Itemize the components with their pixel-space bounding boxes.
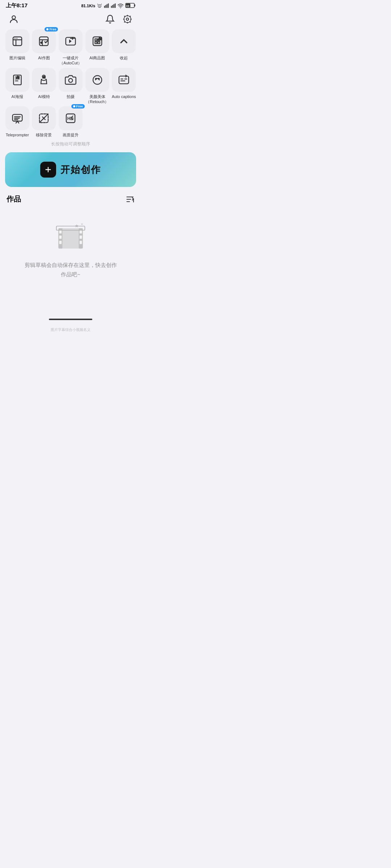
svg-rect-6 — [112, 5, 113, 8]
autocut-icon — [65, 35, 76, 47]
tool-icon-hd-enhance: Free HD — [59, 106, 83, 130]
tool-retouch[interactable]: 美颜美体 （Retouch） — [85, 68, 110, 105]
svg-text:AI: AI — [43, 76, 46, 78]
tool-camera[interactable]: 拍摄 — [58, 68, 83, 105]
svg-rect-5 — [111, 6, 112, 8]
svg-rect-41 — [80, 230, 82, 234]
tool-photo-edit[interactable]: 图片编辑 — [5, 29, 30, 66]
free-badge-ai-draw: Free — [45, 27, 58, 31]
tool-label-photo-edit: 图片编辑 — [9, 55, 25, 60]
start-section: 开始创作 — [0, 152, 141, 187]
manage-button[interactable] — [125, 195, 135, 204]
tool-icon-remove-bg — [32, 106, 56, 130]
battery-level: 43 — [125, 3, 135, 9]
tool-label-collapse: 收起 — [120, 55, 128, 60]
tool-collapse[interactable]: 收起 — [112, 29, 136, 66]
svg-rect-43 — [80, 241, 82, 244]
svg-rect-4 — [108, 3, 109, 8]
tool-autocut[interactable]: 一键成片 （AutoCut） — [58, 29, 83, 66]
svg-point-14 — [12, 16, 15, 19]
tool-label-auto-captions: Auto captions — [112, 94, 136, 99]
tool-icon-camera — [59, 68, 83, 92]
status-time: 上午8:17 — [6, 2, 28, 9]
tool-section: 图片编辑 Free AI作图 一键成片 （AutoCut） AI AI商品图 — [0, 29, 141, 137]
svg-rect-7 — [114, 4, 114, 8]
tool-label-hd-enhance: 画质提升 — [63, 132, 79, 137]
settings-button[interactable] — [121, 13, 134, 26]
film-strip-icon — [54, 222, 87, 255]
auto-captions-icon — [118, 74, 130, 86]
signal-icon-2 — [111, 3, 116, 8]
status-right: 81.1K/s 43 — [81, 3, 135, 9]
start-plus-icon — [40, 162, 56, 178]
tool-grid-row1: 图片编辑 Free AI作图 一键成片 （AutoCut） AI AI商品图 — [5, 29, 136, 66]
profile-button[interactable] — [7, 13, 20, 26]
signal-icon-1 — [104, 3, 109, 8]
start-label: 开始创作 — [60, 163, 101, 176]
tool-icon-auto-captions — [112, 68, 136, 92]
tool-icon-retouch — [85, 68, 109, 92]
svg-rect-2 — [105, 5, 106, 8]
hd-enhance-icon: HD — [65, 112, 76, 124]
svg-rect-3 — [107, 4, 108, 8]
header-actions — [104, 13, 134, 26]
svg-rect-17 — [13, 37, 22, 46]
tool-icon-autocut — [59, 29, 83, 53]
bell-icon — [105, 14, 115, 24]
svg-rect-11 — [134, 4, 135, 7]
home-indicator — [49, 319, 92, 320]
tool-teleprompter[interactable]: Teleprompter — [5, 106, 30, 137]
tool-ai-poster[interactable]: AI AI海报 — [5, 68, 30, 105]
tool-hd-enhance[interactable]: Free HD 画质提升 — [58, 106, 83, 137]
svg-point-28 — [95, 78, 96, 79]
tool-grid-row2: AI AI海报 AI AI模特 拍摄 美颜美体 （Retouch） — [5, 68, 136, 105]
tool-icon-ai-poster: AI — [5, 68, 29, 92]
wifi-icon — [118, 3, 123, 8]
ai-draw-icon — [38, 35, 50, 47]
ai-product-icon: AI — [92, 35, 103, 47]
svg-point-15 — [126, 18, 129, 21]
svg-text:43: 43 — [126, 4, 129, 8]
status-bar: 上午8:17 81.1K/s 43 — [0, 0, 141, 10]
tool-ai-product[interactable]: AI AI商品图 — [85, 29, 110, 66]
tool-label-teleprompter: Teleprompter — [6, 132, 29, 137]
photo-edit-icon — [12, 35, 23, 47]
alarm-icon — [97, 3, 102, 8]
network-speed: 81.1K/s — [81, 4, 95, 8]
watermark: 图片字幕综合小视频名义 — [0, 327, 141, 335]
svg-rect-31 — [12, 115, 22, 122]
svg-rect-1 — [104, 6, 105, 8]
tool-label-ai-draw: AI作图 — [38, 55, 50, 60]
ai-poster-icon: AI — [12, 74, 23, 86]
svg-rect-40 — [59, 241, 62, 244]
film-icon — [54, 222, 87, 255]
tool-icon-ai-model: AI — [32, 68, 56, 92]
header — [0, 10, 141, 29]
tool-icon-photo-edit — [5, 29, 29, 53]
tool-ai-model[interactable]: AI AI模特 — [32, 68, 56, 105]
bell-button[interactable] — [104, 13, 117, 26]
svg-point-26 — [69, 78, 73, 82]
tool-remove-bg[interactable]: 移除背景 — [32, 106, 56, 137]
retouch-icon — [92, 74, 103, 86]
svg-point-16 — [124, 16, 131, 23]
tool-auto-captions[interactable]: Auto captions — [112, 68, 136, 105]
empty-state: 剪辑草稿会自动保存在这里，快去创作 作品吧~ — [7, 215, 135, 293]
svg-text:HD: HD — [67, 116, 74, 122]
settings-icon — [123, 14, 132, 24]
works-section: 作品 剪辑草稿会自动保存在这 — [0, 194, 141, 293]
svg-rect-27 — [93, 76, 102, 84]
tool-label-remove-bg: 移除背景 — [36, 132, 52, 137]
empty-text: 剪辑草稿会自动保存在这里，快去创作 作品吧~ — [25, 260, 117, 279]
start-button[interactable]: 开始创作 — [5, 152, 136, 187]
tool-ai-draw[interactable]: Free AI作图 — [32, 29, 56, 66]
tool-label-retouch: 美颜美体 （Retouch） — [86, 94, 109, 105]
tool-label-camera: 拍摄 — [67, 94, 75, 99]
remove-bg-icon — [38, 112, 50, 124]
svg-rect-39 — [59, 236, 62, 239]
svg-rect-30 — [119, 76, 129, 84]
person-icon — [9, 14, 19, 24]
tool-grid-row3: Teleprompter 移除背景 Free HD 画质提升 — [5, 106, 136, 137]
tool-icon-ai-product: AI — [85, 29, 109, 53]
camera-icon — [65, 74, 76, 86]
